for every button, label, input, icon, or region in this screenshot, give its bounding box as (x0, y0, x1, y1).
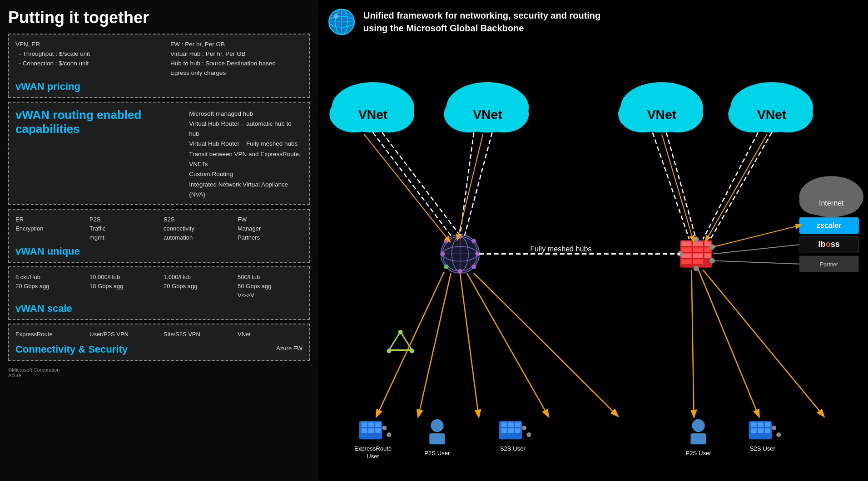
svg-rect-104 (508, 428, 514, 433)
svg-line-84 (713, 226, 799, 247)
azure-fw-label: Azure FW (276, 345, 303, 352)
left-panel: Putting it together VPN, ER - Throughput… (0, 0, 318, 481)
svg-line-57 (703, 133, 758, 239)
vnet-cloud-2: VNet (444, 82, 529, 133)
iboss-box: iboss (799, 236, 859, 253)
svg-line-52 (382, 133, 460, 236)
vnet4-label: VNet (757, 107, 787, 122)
pricing-col2: FW : Per hr, Per GB Virtual Hub : Per hr… (170, 40, 303, 78)
svg-rect-113 (765, 422, 770, 427)
pricing-label: vWAN pricing (15, 81, 303, 93)
svg-point-27 (475, 251, 480, 256)
svg-point-107 (526, 432, 531, 437)
svg-rect-105 (515, 428, 521, 433)
vnet1-label: VNet (358, 107, 388, 122)
vnet-cloud-3: VNet (618, 82, 703, 133)
svg-rect-90 (375, 422, 381, 427)
svg-rect-38 (693, 247, 703, 252)
internet-label: Internet (819, 199, 844, 207)
er-user-label: ExpressRoute (354, 445, 392, 452)
svg-line-64 (419, 273, 451, 414)
svg-line-51 (373, 133, 451, 236)
conn-col4: VNet (238, 330, 303, 339)
fully-meshed-label: Fully meshed hubs (530, 245, 591, 253)
svg-point-32 (471, 265, 476, 269)
svg-rect-91 (362, 428, 367, 433)
unique-col3: S2S connectivityautomation (164, 215, 228, 242)
unique-label: vWAN unique (15, 245, 303, 257)
unique-card: ER Encryption P2S Trafficmgmt S2S connec… (8, 209, 310, 262)
svg-line-67 (474, 273, 616, 414)
unique-col2: P2S Trafficmgmt (89, 215, 154, 242)
svg-line-65 (460, 273, 478, 414)
svg-point-95 (387, 432, 391, 437)
svg-rect-36 (704, 241, 711, 246)
svg-line-71 (699, 270, 758, 414)
scale-col2: 10,000/Hub 18 Gbps agg (89, 273, 154, 300)
svg-line-69 (458, 134, 483, 238)
svg-rect-98 (429, 433, 445, 444)
svg-rect-34 (681, 241, 691, 246)
svg-text:zscaler: zscaler (817, 221, 842, 229)
svg-rect-115 (758, 428, 764, 433)
svg-rect-44 (693, 260, 703, 264)
routing-content: Microsoft managed hub Virtual Hub Router… (189, 108, 303, 200)
svg-line-63 (377, 272, 444, 414)
scale-card: 8 ckt/Hub 20 Gbps agg 10,000/Hub 18 Gbps… (8, 266, 310, 320)
partner-box: Partner (799, 255, 859, 272)
svg-line-74 (707, 134, 767, 239)
svg-point-30 (471, 239, 476, 243)
conn-col1: ExpressRoute (15, 330, 80, 339)
svg-point-60 (398, 330, 403, 334)
svg-rect-102 (515, 422, 521, 427)
svg-point-97 (431, 419, 443, 432)
svg-line-86 (713, 261, 799, 264)
svg-rect-89 (368, 422, 374, 427)
svg-rect-93 (375, 428, 381, 433)
svg-line-68 (364, 134, 449, 240)
svg-point-26 (440, 251, 445, 256)
svg-rect-42 (704, 253, 711, 258)
svg-rect-43 (681, 260, 691, 264)
svg-rect-114 (751, 428, 757, 433)
svg-line-56 (666, 133, 696, 239)
svg-point-94 (382, 426, 387, 430)
svg-rect-109 (690, 433, 706, 444)
svg-point-62 (410, 348, 414, 353)
svg-rect-35 (693, 241, 703, 246)
p2s-user-label-1: P2S User (424, 450, 450, 456)
svg-rect-92 (368, 428, 374, 433)
svg-line-66 (467, 273, 547, 414)
conn-col2: User/P2S VPN (89, 330, 154, 339)
svg-rect-37 (681, 247, 691, 252)
svg-rect-111 (751, 422, 757, 427)
vnet-cloud-1: VNet (329, 82, 414, 133)
svg-line-72 (703, 270, 822, 414)
svg-line-58 (710, 133, 772, 240)
svg-line-73 (662, 134, 693, 239)
routing-label: vWAN routing enabled capabilities (15, 108, 182, 136)
scale-col4: 500/Hub 50 Gbps agg V<->V (238, 273, 303, 300)
svg-point-118 (776, 432, 781, 437)
svg-text:iboss: iboss (818, 240, 840, 249)
scale-label: vWAN scale (15, 303, 303, 314)
p2s-user-icon-2: P2S User (686, 419, 712, 457)
connectivity-card: ExpressRoute User/P2S VPN Site/S2S VPN V… (8, 324, 310, 361)
svg-rect-116 (765, 428, 770, 433)
svg-rect-88 (362, 422, 367, 427)
svg-text:User: User (367, 453, 379, 460)
connectivity-label: Connectivity & Security (15, 344, 128, 355)
conn-col3: Site/S2S VPN (164, 330, 228, 339)
vnet-cloud-4: VNet (728, 82, 813, 133)
right-hub (677, 236, 715, 271)
expressroute-user-icon: ExpressRoute User (354, 421, 392, 460)
svg-point-28 (458, 269, 462, 274)
main-title: Putting it together (8, 8, 310, 27)
pricing-card: VPN, ER - Throughput : $/scale unit - Co… (8, 34, 310, 98)
svg-point-108 (692, 419, 704, 432)
svg-point-61 (387, 348, 391, 353)
unique-col1: ER Encryption (15, 215, 80, 242)
header-bar: Unified framework for networking, securi… (318, 0, 868, 41)
svg-rect-41 (693, 253, 703, 258)
svg-rect-103 (501, 428, 507, 433)
